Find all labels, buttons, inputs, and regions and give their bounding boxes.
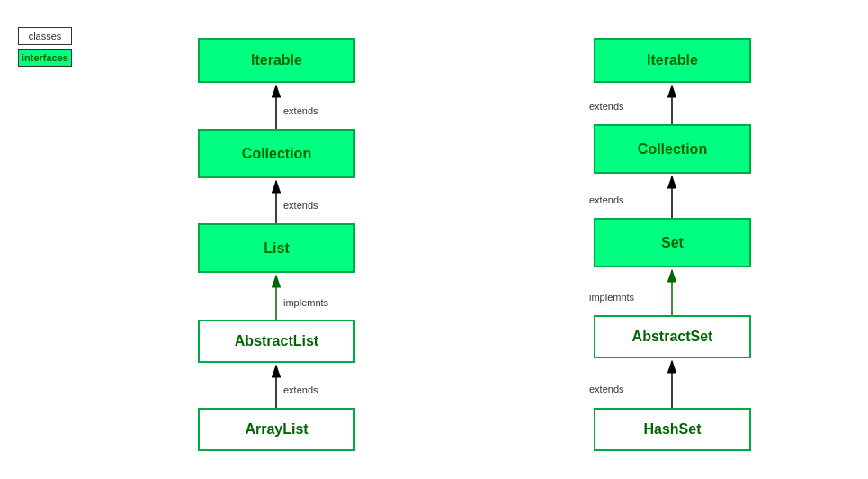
label-extends-6: extends <box>589 384 624 394</box>
node-set-right: Set <box>594 218 751 267</box>
classes-label: classes <box>29 31 62 41</box>
label-extends-5: extends <box>589 194 624 205</box>
interfaces-label: interfaces <box>22 52 68 63</box>
diagram-container: classes interfaces extends extends imple <box>0 0 868 479</box>
node-collection-left: Collection <box>198 129 355 178</box>
node-label-abstractlist: AbstractList <box>235 333 318 349</box>
node-label-hashset: HashSet <box>643 421 701 438</box>
label-implemnts-1: implemnts <box>283 297 329 308</box>
classes-box: classes <box>18 27 72 45</box>
label-extends-1: extends <box>283 105 318 116</box>
label-extends-4: extends <box>589 101 624 112</box>
node-hashset: HashSet <box>594 408 751 451</box>
node-label-list-left: List <box>264 240 289 257</box>
node-label-iterable-right: Iterable <box>647 52 698 68</box>
interfaces-box: interfaces <box>18 49 72 67</box>
legend: classes interfaces <box>18 27 72 67</box>
node-label-collection-right: Collection <box>638 141 707 158</box>
legend-interfaces: interfaces <box>18 49 72 67</box>
node-label-iterable-left: Iterable <box>251 52 302 68</box>
node-iterable-right: Iterable <box>594 38 751 83</box>
label-extends-3: extends <box>283 384 318 395</box>
node-label-abstractset: AbstractSet <box>632 329 713 345</box>
label-extends-2: extends <box>283 200 318 211</box>
node-label-collection-left: Collection <box>242 146 311 162</box>
legend-classes: classes <box>18 27 72 45</box>
node-collection-right: Collection <box>594 124 751 174</box>
node-abstractset: AbstractSet <box>594 315 751 358</box>
node-list-left: List <box>198 223 355 273</box>
node-abstractlist: AbstractList <box>198 320 355 363</box>
node-iterable-left: Iterable <box>198 38 355 83</box>
label-implemnts-2: implemnts <box>589 292 635 303</box>
node-label-arraylist: ArrayList <box>245 421 308 438</box>
node-label-set-right: Set <box>661 235 684 251</box>
node-arraylist: ArrayList <box>198 408 355 451</box>
